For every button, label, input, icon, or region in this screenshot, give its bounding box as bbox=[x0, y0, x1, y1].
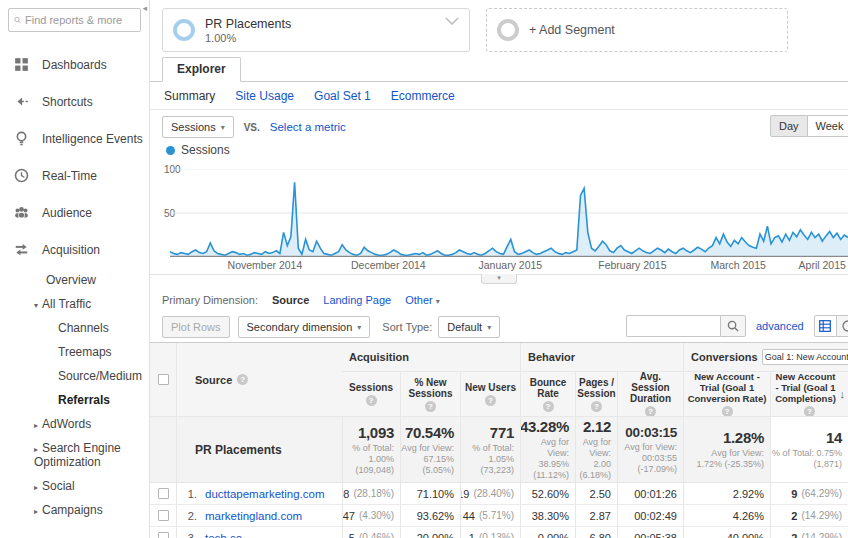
dimension-landing-page[interactable]: Landing Page bbox=[323, 294, 391, 306]
sidebar-item-treemaps[interactable]: Treemaps bbox=[0, 340, 149, 364]
col-new-sessions[interactable]: % New Sessions? bbox=[400, 372, 460, 417]
source-column-header[interactable]: Source ? bbox=[176, 343, 342, 417]
sidebar-item-social[interactable]: ▸Social bbox=[0, 474, 149, 498]
sidebar-item-campaigns[interactable]: ▸Campaigns bbox=[0, 498, 149, 522]
col-bounce-rate[interactable]: Bounce Rate? bbox=[520, 372, 575, 417]
subnav-site-usage[interactable]: Site Usage bbox=[235, 89, 294, 103]
metric-dropdown[interactable]: Sessions ▾ bbox=[162, 116, 234, 138]
dimension-other[interactable]: Other ▾ bbox=[405, 294, 440, 306]
chevron-down-icon[interactable] bbox=[445, 17, 459, 25]
table-search-input[interactable] bbox=[626, 315, 720, 337]
sidebar-collapse-icon[interactable]: ◂ bbox=[142, 3, 147, 13]
sidebar-item-referrals[interactable]: Referrals bbox=[0, 388, 149, 412]
x-axis-label: February 2015 bbox=[598, 259, 666, 271]
table-row: 2.marketingland.com 47(4.30%) 93.62% 44(… bbox=[150, 505, 848, 527]
plot-rows-button[interactable]: Plot Rows bbox=[162, 316, 230, 338]
help-icon[interactable]: ? bbox=[366, 395, 377, 406]
group-header-row: Acquisition Behavior Conversions Goal 1:… bbox=[342, 343, 848, 372]
help-icon[interactable]: ? bbox=[645, 406, 656, 417]
group-behavior: Behavior bbox=[520, 343, 683, 372]
acquisition-icon bbox=[14, 242, 29, 257]
active-segment-card[interactable]: PR Placements 1.00% bbox=[162, 8, 470, 52]
sidebar-item-acquisition[interactable]: Acquisition bbox=[0, 231, 149, 268]
sidebar-item-label: Audience bbox=[42, 206, 92, 220]
source-link[interactable]: marketingland.com bbox=[205, 510, 302, 522]
granularity-day[interactable]: Day bbox=[770, 115, 808, 137]
chart-collapse-button[interactable]: ▾ bbox=[481, 274, 517, 284]
select-all-checkbox[interactable] bbox=[158, 374, 169, 385]
group-acquisition: Acquisition bbox=[342, 343, 520, 372]
secondary-dimension-dropdown[interactable]: Secondary dimension ▾ bbox=[238, 316, 371, 338]
view-percentage-button[interactable] bbox=[837, 315, 848, 337]
table-row: 1.ducttapemarketing.com 308(28.18%) 71.1… bbox=[150, 483, 848, 505]
tab-explorer[interactable]: Explorer bbox=[162, 57, 241, 82]
sort-desc-icon[interactable]: ↓ bbox=[840, 389, 846, 400]
explorer-subnav: Summary Site Usage Goal Set 1 Ecommerce bbox=[150, 82, 848, 110]
sidebar-item-shortcuts[interactable]: Shortcuts bbox=[0, 83, 149, 120]
col-completions-sorted[interactable]: New Account - Trial (Goal 1 Completions)… bbox=[770, 372, 848, 417]
view-table-button[interactable] bbox=[814, 315, 837, 337]
col-new-users[interactable]: New Users? bbox=[460, 372, 520, 417]
help-icon[interactable]: ? bbox=[722, 406, 733, 417]
goal-selector-dropdown[interactable]: Goal 1: New Account - Trial ▾ bbox=[762, 349, 848, 365]
subnav-summary[interactable]: Summary bbox=[164, 89, 215, 103]
pie-view-icon bbox=[842, 320, 848, 332]
granularity-week[interactable]: Week bbox=[808, 115, 848, 137]
sidebar-item-real-time[interactable]: Real-Time bbox=[0, 157, 149, 194]
x-axis-labels: November 2014December 2014January 2015Fe… bbox=[170, 259, 848, 273]
subnav-ecommerce[interactable]: Ecommerce bbox=[391, 89, 455, 103]
help-icon[interactable]: ? bbox=[543, 401, 554, 412]
subnav-goal-set-1[interactable]: Goal Set 1 bbox=[314, 89, 371, 103]
advanced-link[interactable]: advanced bbox=[756, 320, 804, 332]
view-switcher bbox=[814, 315, 848, 337]
sidebar-item-audience[interactable]: Audience bbox=[0, 194, 149, 231]
expander-down-icon: ▾ bbox=[34, 301, 38, 310]
sidebar-item-all-traffic[interactable]: ▾All Traffic bbox=[0, 292, 149, 316]
sort-type-dropdown[interactable]: Default ▾ bbox=[438, 316, 500, 338]
sidebar-item-seo[interactable]: ▸Search Engine Optimization bbox=[0, 436, 149, 474]
col-sessions[interactable]: Sessions? bbox=[342, 372, 400, 417]
source-link[interactable]: ducttapemarketing.com bbox=[205, 488, 325, 500]
report-search[interactable] bbox=[8, 8, 141, 32]
expander-right-icon: ▸ bbox=[34, 483, 38, 492]
group-conversions: Conversions Goal 1: New Account - Trial … bbox=[683, 343, 848, 372]
sidebar-item-dashboards[interactable]: Dashboards bbox=[0, 46, 149, 83]
help-icon[interactable]: ? bbox=[237, 374, 248, 385]
source-link[interactable]: tech.co bbox=[205, 532, 242, 538]
select-metric-link[interactable]: Select a metric bbox=[270, 121, 346, 133]
sidebar-item-source-medium[interactable]: Source/Medium bbox=[0, 364, 149, 388]
sidebar-item-overview[interactable]: Overview bbox=[0, 268, 149, 292]
col-session-duration[interactable]: Avg. Session Duration? bbox=[617, 372, 683, 417]
expander-right-icon: ▸ bbox=[34, 421, 38, 430]
sessions-line-chart[interactable] bbox=[170, 169, 848, 257]
primary-dimension-label: Primary Dimension: bbox=[162, 294, 258, 306]
row-checkbox[interactable] bbox=[158, 488, 169, 499]
data-table: Source ? Acquisition Behavior Conversion… bbox=[150, 342, 848, 538]
help-icon[interactable]: ? bbox=[425, 401, 436, 412]
table-search-button[interactable] bbox=[720, 315, 746, 337]
help-icon[interactable]: ? bbox=[804, 406, 815, 417]
search-icon bbox=[727, 320, 739, 332]
help-icon[interactable]: ? bbox=[485, 395, 496, 406]
sidebar-item-intelligence-events[interactable]: Intelligence Events bbox=[0, 120, 149, 157]
row-checkbox[interactable] bbox=[158, 510, 169, 521]
x-axis-label: January 2015 bbox=[479, 259, 543, 271]
col-conversion-rate[interactable]: New Account - Trial (Goal 1 Conversion R… bbox=[683, 372, 770, 417]
series-dot-icon bbox=[166, 146, 175, 155]
add-segment-card[interactable]: + Add Segment bbox=[486, 8, 788, 52]
table-row: 3.tech.co 5(0.46%) 20.00% 1(0.13%) 0.00%… bbox=[150, 527, 848, 538]
row-checkbox[interactable] bbox=[158, 532, 169, 538]
sidebar-item-behavior[interactable]: Behavior bbox=[0, 528, 149, 538]
segment-ring-icon bbox=[497, 19, 519, 41]
x-axis-label: November 2014 bbox=[228, 259, 303, 271]
help-icon[interactable]: ? bbox=[591, 401, 602, 412]
segment-value: 1.00% bbox=[205, 32, 291, 44]
sidebar-item-adwords[interactable]: ▸AdWords bbox=[0, 412, 149, 436]
metric-header-row: Sessions? % New Sessions? New Users? Bou… bbox=[342, 372, 848, 417]
col-pages-session[interactable]: Pages / Session? bbox=[575, 372, 617, 417]
summary-bounce: 43.28%Avg for View: 38.95% (11.12%) bbox=[520, 417, 575, 483]
x-axis-label: April 2015 bbox=[799, 259, 846, 271]
report-search-input[interactable] bbox=[25, 14, 135, 26]
dimension-source[interactable]: Source bbox=[272, 294, 309, 306]
sidebar-item-channels[interactable]: Channels bbox=[0, 316, 149, 340]
